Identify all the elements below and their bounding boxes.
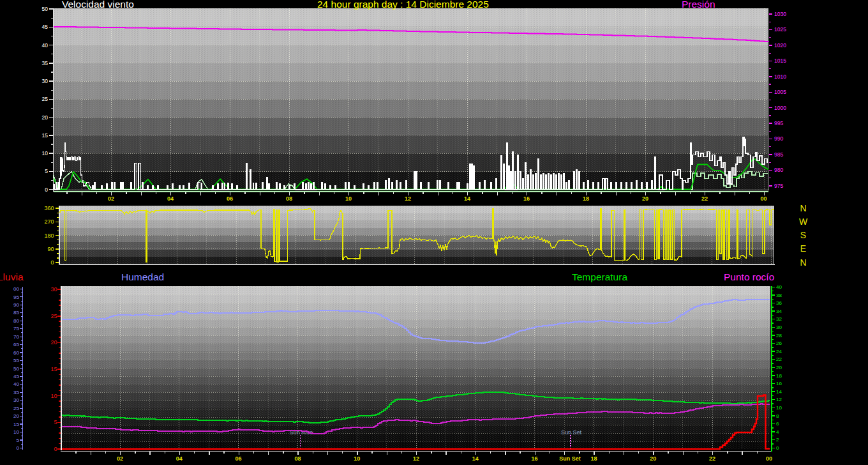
svg-text:15: 15: [13, 422, 19, 427]
svg-text:5: 5: [54, 419, 57, 425]
svg-text:10: 10: [42, 150, 49, 156]
svg-text:70: 70: [13, 334, 19, 340]
svg-text:50: 50: [42, 6, 49, 12]
svg-text:22: 22: [709, 455, 715, 462]
svg-text:Punto rocío: Punto rocío: [724, 271, 774, 282]
svg-text:20: 20: [642, 195, 648, 202]
svg-text:12: 12: [405, 195, 411, 202]
svg-text:75: 75: [13, 326, 19, 332]
svg-text:270: 270: [44, 218, 54, 225]
svg-text:2: 2: [776, 437, 779, 443]
svg-text:Presión: Presión: [682, 0, 715, 10]
svg-text:30: 30: [42, 78, 49, 84]
svg-text:32: 32: [776, 316, 782, 322]
svg-text:10: 10: [50, 393, 57, 399]
svg-text:975: 975: [774, 183, 783, 189]
svg-text:45: 45: [13, 374, 19, 379]
svg-text:S: S: [800, 230, 806, 240]
svg-text:02: 02: [108, 195, 114, 202]
svg-text:Velocidad viento: Velocidad viento: [62, 0, 134, 10]
svg-text:34: 34: [776, 309, 782, 314]
svg-text:W: W: [799, 217, 808, 227]
svg-text:04: 04: [167, 195, 174, 202]
svg-text:14: 14: [776, 389, 782, 395]
svg-text:22: 22: [776, 356, 782, 362]
svg-text:60: 60: [13, 350, 19, 356]
svg-text:30: 30: [50, 286, 57, 293]
svg-text:985: 985: [774, 151, 783, 158]
svg-text:02: 02: [117, 455, 123, 462]
svg-text:20: 20: [13, 413, 19, 419]
svg-text:55: 55: [13, 358, 19, 363]
svg-text:15: 15: [50, 366, 57, 372]
svg-text:06: 06: [236, 455, 242, 462]
svg-text:00: 00: [13, 286, 19, 292]
svg-text:16: 16: [523, 195, 530, 202]
svg-text:0: 0: [45, 187, 48, 193]
svg-text:22: 22: [701, 195, 708, 202]
svg-text:36: 36: [776, 300, 782, 306]
svg-text:10: 10: [345, 195, 352, 202]
svg-text:30: 30: [13, 397, 19, 403]
svg-text:85: 85: [13, 310, 19, 316]
svg-text:12: 12: [413, 455, 419, 462]
svg-text:12: 12: [776, 397, 782, 402]
svg-text:40: 40: [13, 381, 19, 387]
svg-text:0: 0: [17, 445, 20, 451]
svg-text:Sun Set: Sun Set: [561, 429, 582, 436]
svg-text:20: 20: [776, 365, 782, 370]
svg-text:35: 35: [13, 390, 19, 395]
svg-text:0: 0: [50, 259, 54, 266]
svg-text:16: 16: [776, 381, 782, 386]
svg-text:18: 18: [583, 195, 589, 202]
svg-text:Sun Set: Sun Set: [559, 455, 581, 462]
svg-text:5: 5: [45, 168, 48, 174]
svg-text:180: 180: [44, 232, 54, 239]
svg-text:25: 25: [42, 96, 49, 102]
svg-text:50: 50: [13, 366, 19, 372]
svg-text:00: 00: [766, 455, 772, 462]
svg-text:24: 24: [776, 349, 782, 354]
svg-text:80: 80: [13, 318, 19, 324]
svg-text:10: 10: [776, 405, 782, 411]
svg-text:E: E: [800, 243, 806, 254]
svg-text:Lluvia: Lluvia: [0, 271, 24, 282]
svg-text:08: 08: [294, 455, 301, 462]
svg-text:45: 45: [42, 24, 49, 30]
svg-text:1000: 1000: [774, 105, 786, 111]
svg-text:20: 20: [50, 339, 57, 346]
svg-text:1025: 1025: [774, 26, 786, 33]
svg-text:0: 0: [776, 445, 779, 451]
svg-text:06: 06: [227, 195, 233, 202]
svg-text:25: 25: [50, 313, 57, 319]
svg-text:04: 04: [176, 455, 183, 462]
svg-text:38: 38: [776, 293, 782, 298]
svg-text:N: N: [800, 257, 806, 268]
svg-text:18: 18: [776, 373, 782, 379]
svg-text:14: 14: [464, 195, 470, 202]
svg-text:40: 40: [776, 284, 782, 290]
svg-text:00: 00: [760, 195, 767, 202]
svg-text:90: 90: [47, 246, 54, 252]
svg-text:08: 08: [286, 195, 292, 202]
svg-text:360: 360: [44, 205, 54, 211]
svg-text:30: 30: [776, 324, 782, 330]
svg-text:65: 65: [13, 342, 19, 347]
svg-text:995: 995: [774, 120, 783, 126]
svg-text:4: 4: [776, 429, 779, 435]
svg-text:10: 10: [13, 429, 19, 435]
svg-text:35: 35: [42, 60, 49, 66]
svg-text:28: 28: [776, 333, 782, 339]
svg-text:10: 10: [354, 455, 360, 462]
svg-text:90: 90: [13, 302, 19, 308]
svg-text:1015: 1015: [774, 57, 786, 64]
svg-text:95: 95: [13, 294, 19, 300]
svg-text:1030: 1030: [774, 11, 786, 17]
svg-text:26: 26: [776, 340, 782, 346]
svg-text:Humedad: Humedad: [121, 271, 164, 282]
svg-text:24 hour graph day : 14 Diciemb: 24 hour graph day : 14 Diciembre 2025: [317, 0, 489, 10]
svg-text:5: 5: [17, 438, 20, 443]
svg-text:20: 20: [42, 114, 49, 121]
svg-text:14: 14: [472, 455, 479, 462]
svg-text:25: 25: [13, 406, 19, 411]
